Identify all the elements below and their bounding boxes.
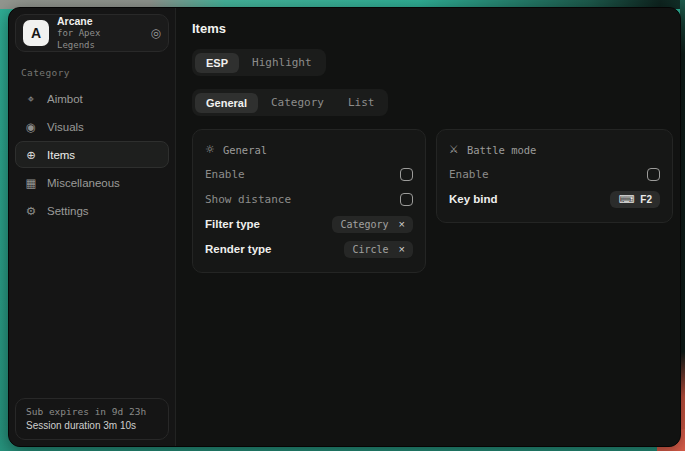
sub-expiry-text: Sub expires in 9d 23h [26, 406, 158, 417]
show-distance-checkbox[interactable] [400, 193, 413, 206]
enable-row: Enable [205, 162, 413, 186]
battle-mode-panel: ⚔ Battle mode Enable Key bind ⌨ F2 [436, 129, 673, 223]
enable-label: Enable [205, 168, 245, 181]
sidebar-item-label: Aimbot [47, 93, 83, 105]
sun-icon: ☼ [205, 143, 215, 156]
close-icon[interactable]: × [399, 244, 405, 255]
key-bind-value: F2 [640, 194, 652, 205]
render-type-row: Render type Circle × [205, 237, 413, 261]
filter-type-select[interactable]: Category × [332, 216, 413, 233]
sidebar: A Arcane for Apex Legends ◎ Category ⌖ A… [9, 8, 176, 446]
sidebar-item-items[interactable]: ⊕ Items [15, 141, 169, 168]
sidebar-item-label: Items [47, 149, 75, 161]
target-icon[interactable]: ◎ [151, 26, 161, 40]
mode-tabs-row: ESP Highlight [192, 49, 673, 76]
show-distance-label: Show distance [205, 193, 291, 206]
enable-checkbox[interactable] [400, 168, 413, 181]
sidebar-item-miscellaneous[interactable]: ▦ Miscellaneous [15, 169, 169, 196]
filter-type-value: Category [340, 219, 388, 230]
crosshair-icon: ⌖ [24, 92, 38, 106]
sidebar-spacer [15, 224, 169, 398]
sidebar-header: A Arcane for Apex Legends ◎ [15, 14, 169, 52]
eye-icon: ◉ [24, 120, 38, 134]
tab-general[interactable]: General [195, 93, 258, 113]
filter-type-label: Filter type [205, 218, 260, 230]
sidebar-item-label: Settings [47, 205, 89, 217]
sidebar-item-settings[interactable]: ⚙ Settings [15, 197, 169, 224]
view-tabs-row: General Category List [192, 89, 673, 116]
session-duration-text: Session duration 3m 10s [26, 420, 158, 431]
tab-category[interactable]: Category [260, 92, 335, 113]
general-panel: ☼ General Enable Show distance Filter ty… [192, 129, 426, 273]
gear-icon: ⚙ [24, 204, 38, 218]
battle-enable-row: Enable [449, 162, 660, 186]
panel-title: Battle mode [467, 144, 537, 156]
key-bind-row: Key bind ⌨ F2 [449, 187, 660, 211]
render-type-select[interactable]: Circle × [344, 241, 413, 258]
package-icon: ⊕ [24, 148, 38, 162]
app-titles: Arcane for Apex Legends [57, 15, 143, 51]
main-content: Items ESP Highlight General Category Lis… [176, 8, 681, 446]
close-icon[interactable]: × [399, 219, 405, 230]
general-panel-header: ☼ General [205, 143, 413, 156]
subscription-info-box: Sub expires in 9d 23h Session duration 3… [15, 398, 169, 440]
grid-icon: ▦ [24, 176, 38, 190]
key-bind-button[interactable]: ⌨ F2 [610, 191, 660, 208]
tab-esp[interactable]: ESP [195, 53, 239, 73]
render-type-label: Render type [205, 243, 271, 255]
panel-title: General [223, 144, 267, 156]
sidebar-item-visuals[interactable]: ◉ Visuals [15, 113, 169, 140]
panels-container: ☼ General Enable Show distance Filter ty… [192, 129, 673, 273]
sidebar-nav: ⌖ Aimbot ◉ Visuals ⊕ Items ▦ Miscellaneo… [15, 85, 169, 224]
sidebar-section-label: Category [21, 67, 163, 78]
battle-enable-checkbox[interactable] [647, 168, 660, 181]
page-title: Items [192, 21, 673, 36]
app-name: Arcane [57, 15, 143, 28]
battle-enable-label: Enable [449, 168, 489, 181]
sidebar-item-aimbot[interactable]: ⌖ Aimbot [15, 85, 169, 112]
filter-type-row: Filter type Category × [205, 212, 413, 236]
show-distance-row: Show distance [205, 187, 413, 211]
render-type-value: Circle [352, 244, 388, 255]
app-window: A Arcane for Apex Legends ◎ Category ⌖ A… [8, 7, 681, 447]
app-logo: A [23, 20, 49, 46]
app-subtitle: for Apex Legends [57, 28, 143, 51]
keyboard-icon: ⌨ [618, 193, 634, 206]
sidebar-item-label: Visuals [47, 121, 84, 133]
tab-list[interactable]: List [337, 92, 386, 113]
key-bind-label: Key bind [449, 193, 498, 205]
swords-icon: ⚔ [449, 143, 459, 156]
tab-highlight[interactable]: Highlight [241, 52, 323, 73]
sidebar-item-label: Miscellaneous [47, 177, 120, 189]
battle-panel-header: ⚔ Battle mode [449, 143, 660, 156]
mode-tabs: ESP Highlight [192, 49, 326, 76]
view-tabs: General Category List [192, 89, 388, 116]
